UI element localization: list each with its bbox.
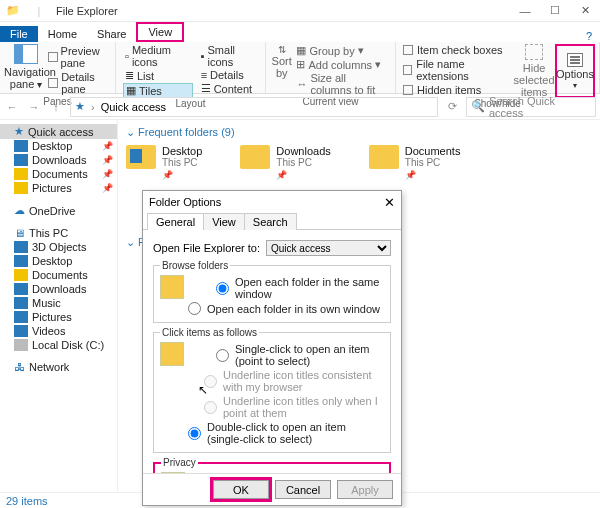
refresh-button[interactable]: ⟳	[444, 100, 460, 113]
navigation-pane-button[interactable]: Navigation pane ▾	[4, 44, 48, 96]
hide-selected-button[interactable]: Hide selected items	[513, 44, 555, 98]
search-box[interactable]: 🔍 Search Quick access	[466, 97, 596, 117]
back-button[interactable]: ←	[4, 101, 20, 113]
tree-network[interactable]: 🖧Network	[0, 360, 117, 374]
tab-share[interactable]: Share	[87, 26, 136, 42]
explorer-icon: 📁	[4, 2, 22, 20]
pin-icon: 📌	[405, 170, 461, 180]
layout-list[interactable]: ≣List	[123, 69, 193, 82]
search-placeholder: Search Quick access	[489, 95, 591, 119]
folder-documents[interactable]: DocumentsThis PC📌	[369, 145, 461, 180]
preview-pane-button[interactable]: Preview pane	[48, 44, 111, 70]
double-click-radio[interactable]: Double-click to open an item (single-cli…	[160, 420, 384, 446]
browse-folders-icon	[160, 275, 184, 299]
tree-3d-objects[interactable]: 3D Objects	[0, 240, 117, 254]
privacy-group: Privacy Show recently used files in Quic…	[153, 457, 391, 473]
tab-home[interactable]: Home	[38, 26, 87, 42]
item-checkboxes-toggle[interactable]: Item check boxes	[403, 44, 510, 56]
breadcrumb-current: Quick access	[101, 101, 166, 113]
layout-details[interactable]: ≡Details	[199, 69, 258, 81]
add-columns-button[interactable]: ⊞ Add columns ▾	[296, 58, 388, 71]
tree-quick-access[interactable]: ★Quick access	[0, 124, 117, 139]
options-button[interactable]: Options ▾	[555, 44, 595, 98]
tree-local-disk[interactable]: Local Disk (C:)	[0, 338, 117, 352]
single-click-radio[interactable]: Single-click to open an item (point to s…	[188, 342, 384, 368]
dialog-tab-view[interactable]: View	[203, 213, 245, 230]
dialog-close-button[interactable]: ✕	[384, 195, 395, 210]
browse-same-window-radio[interactable]: Open each folder in the same window	[188, 275, 384, 301]
close-button[interactable]: ✕	[570, 0, 600, 22]
tree-documents[interactable]: Documents📌	[0, 167, 117, 181]
dialog-tab-general[interactable]: General	[147, 213, 204, 230]
pin-icon: 📌	[102, 141, 113, 151]
size-all-columns-button[interactable]: ↔ Size all columns to fit	[296, 72, 388, 96]
pin-icon: 📌	[276, 170, 330, 180]
dialog-tab-search[interactable]: Search	[244, 213, 297, 230]
tree-pc-documents[interactable]: Documents	[0, 268, 117, 282]
filename-extensions-toggle[interactable]: File name extensions	[403, 58, 510, 82]
pin-icon: 📌	[162, 170, 202, 180]
browse-own-window-radio[interactable]: Open each folder in its own window	[160, 301, 384, 316]
tab-view[interactable]: View	[136, 22, 184, 42]
window-title: File Explorer	[56, 5, 118, 17]
help-icon[interactable]: ?	[578, 30, 600, 42]
pin-icon: 📌	[102, 169, 113, 179]
folder-icon	[369, 145, 399, 169]
search-icon: 🔍	[471, 100, 485, 113]
details-pane-button[interactable]: Details pane	[48, 70, 111, 96]
up-button[interactable]: ↑	[48, 101, 64, 113]
tree-desktop[interactable]: Desktop📌	[0, 139, 117, 153]
tree-onedrive[interactable]: ☁OneDrive	[0, 203, 117, 218]
tree-pictures[interactable]: Pictures📌	[0, 181, 117, 195]
browse-folders-group: Browse folders Open each folder in the s…	[153, 260, 391, 323]
frequent-folders-heading[interactable]: ⌄Frequent folders (9)	[126, 126, 592, 139]
tree-pc-downloads[interactable]: Downloads	[0, 282, 117, 296]
tree-pc-videos[interactable]: Videos	[0, 324, 117, 338]
options-icon	[567, 53, 583, 67]
cancel-button[interactable]: Cancel	[275, 480, 331, 499]
folder-desktop[interactable]: DesktopThis PC📌	[126, 145, 202, 180]
ok-button[interactable]: OK	[213, 480, 269, 499]
folder-icon	[126, 145, 156, 169]
dialog-title: Folder Options	[149, 196, 221, 208]
status-item-count: 29 items	[6, 495, 48, 507]
tree-downloads[interactable]: Downloads📌	[0, 153, 117, 167]
tree-this-pc[interactable]: 🖥This PC	[0, 226, 117, 240]
underline-point-radio: Underline icon titles only when I point …	[160, 394, 384, 420]
tab-file[interactable]: File	[0, 26, 38, 42]
maximize-button[interactable]: ☐	[540, 0, 570, 22]
tree-pc-music[interactable]: Music	[0, 296, 117, 310]
underline-browser-radio: Underline icon titles consistent with my…	[160, 368, 384, 394]
titlebar: 📁 | File Explorer — ☐ ✕	[0, 0, 600, 22]
qat-divider: |	[30, 2, 48, 20]
open-explorer-select[interactable]: Quick access	[266, 240, 391, 256]
ribbon-tabs: File Home Share View ?	[0, 22, 600, 42]
layout-medium-icons[interactable]: ▫Medium icons	[123, 44, 193, 68]
pin-icon: 📌	[102, 183, 113, 193]
navigation-tree: ★Quick access Desktop📌 Downloads📌 Docume…	[0, 120, 118, 492]
folder-downloads[interactable]: DownloadsThis PC📌	[240, 145, 330, 180]
click-items-group: Click items as follows Single-click to o…	[153, 327, 391, 453]
sort-by-button[interactable]: ⇅Sort by	[270, 44, 293, 96]
folder-options-dialog: Folder Options ✕ General View Search Ope…	[142, 190, 402, 506]
address-bar: ← → ↑ ★ › Quick access ⟳ 🔍 Search Quick …	[0, 94, 600, 120]
open-explorer-label: Open File Explorer to:	[153, 242, 260, 254]
click-items-icon	[160, 342, 184, 366]
forward-button[interactable]: →	[26, 101, 42, 113]
quick-access-star-icon: ★	[75, 100, 85, 113]
layout-small-icons[interactable]: ▪Small icons	[199, 44, 258, 68]
breadcrumb[interactable]: ★ › Quick access	[70, 97, 438, 117]
folder-icon	[240, 145, 270, 169]
group-by-button[interactable]: ▦ Group by ▾	[296, 44, 388, 57]
apply-button[interactable]: Apply	[337, 480, 393, 499]
ribbon: Navigation pane ▾ Preview pane Details p…	[0, 42, 600, 94]
layout-content[interactable]: ☰Content	[199, 82, 258, 95]
tree-pc-pictures[interactable]: Pictures	[0, 310, 117, 324]
minimize-button[interactable]: —	[510, 0, 540, 22]
tree-pc-desktop[interactable]: Desktop	[0, 254, 117, 268]
pin-icon: 📌	[102, 155, 113, 165]
